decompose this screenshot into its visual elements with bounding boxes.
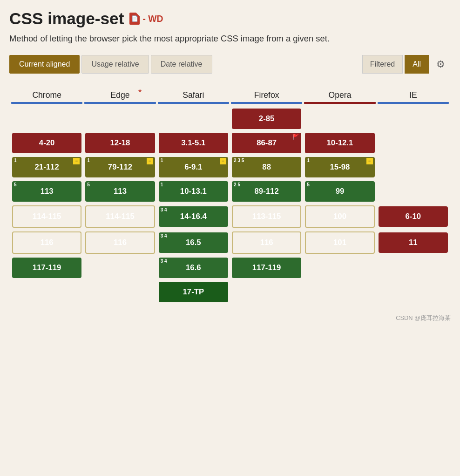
opera-header: Opera xyxy=(304,90,375,106)
all-button[interactable]: All xyxy=(405,55,429,74)
cell-yellow-badge-2-1: − xyxy=(147,158,153,164)
cell-4-1: 114-115 xyxy=(85,205,155,228)
cell-text-4-0: 114-115 xyxy=(33,212,61,221)
cell-sup-left-3-4: 5 xyxy=(307,182,310,187)
table-row: 117-119 xyxy=(11,257,82,279)
cell-4-3: 113-115 xyxy=(232,205,301,228)
cell-5-3: 116 xyxy=(232,231,301,254)
cell-0-2 xyxy=(159,113,228,124)
cell-4-5: 6-10 xyxy=(379,206,448,227)
gear-button[interactable]: ⚙ xyxy=(431,54,451,75)
table-row: 110-13.1 xyxy=(158,180,229,203)
cell-text-5-5: 11 xyxy=(409,238,418,247)
cell-2-3: 2 3 588 xyxy=(232,157,301,177)
cell-text-1-3: 86-87 xyxy=(257,138,277,147)
table-row xyxy=(378,180,449,203)
cell-0-3: 2-85 xyxy=(232,109,301,129)
table-row: 10-12.1 xyxy=(304,132,375,154)
cell-6-4 xyxy=(305,262,374,273)
cell-1-3: 86-87🚩 xyxy=(232,133,301,153)
ie-header: IE xyxy=(378,90,449,106)
cell-text-4-4: 100 xyxy=(333,212,346,221)
cell-text-5-1: 116 xyxy=(114,238,127,247)
page-title: CSS image-set 📄 - WD xyxy=(9,9,451,28)
cell-text-1-0: 4-20 xyxy=(39,138,55,147)
cell-text-6-0: 117-119 xyxy=(33,263,61,272)
table-row: 100 xyxy=(304,204,375,229)
cell-sup-left-2-0: 1 xyxy=(14,158,17,163)
cell-sup-left-5-2: 3 4 xyxy=(161,233,167,238)
cell-text-2-1: 79-112 xyxy=(108,163,132,171)
cell-text-3-1: 113 xyxy=(114,187,127,196)
cell-3-4: 599 xyxy=(305,181,374,202)
table-row: 114-115 xyxy=(84,204,156,229)
cell-5-0: 116 xyxy=(12,231,81,254)
cell-text-3-2: 10-13.1 xyxy=(180,187,207,196)
cell-7-3 xyxy=(232,286,301,298)
cell-text-2-3: 88 xyxy=(262,163,271,171)
chrome-header: Chrome xyxy=(11,90,82,106)
table-row xyxy=(231,281,302,303)
tab-usage-relative[interactable]: Usage relative xyxy=(81,55,149,74)
cell-0-0 xyxy=(12,113,81,124)
table-row xyxy=(11,281,82,303)
cell-text-4-3: 113-115 xyxy=(252,212,281,221)
table-row: 116 xyxy=(11,231,82,255)
browser-table: Chrome Edge * Safari Firefox Opera IE xyxy=(9,88,451,305)
cell-yellow-badge-2-4: − xyxy=(366,158,373,164)
cell-7-2: 17-TP xyxy=(159,282,228,302)
ie-line xyxy=(378,102,449,104)
table-row: 3 416.6 xyxy=(158,257,229,279)
table-row: 113-115 xyxy=(231,204,302,229)
cell-text-4-2: 14-16.4 xyxy=(180,212,207,221)
table-row xyxy=(378,257,449,279)
chrome-line xyxy=(11,102,82,104)
cell-text-4-1: 114-115 xyxy=(106,212,135,221)
cell-1-2: 3.1-5.1 xyxy=(159,133,228,153)
watermark: CSDN @庞耳拉海莱 xyxy=(9,314,451,322)
table-row: 599 xyxy=(304,180,375,203)
table-row: 4-20 xyxy=(11,132,82,154)
cell-1-4: 10-12.1 xyxy=(305,133,374,153)
cell-4-2: 3 414-16.4 xyxy=(159,206,228,227)
cell-text-0-3: 2-85 xyxy=(259,114,275,123)
cell-3-5 xyxy=(379,186,448,197)
spec-icon: 📄 xyxy=(129,13,140,25)
cell-2-1: 179-112− xyxy=(85,157,155,177)
cell-sup-left-3-3: 2 5 xyxy=(234,182,240,187)
spec-badge: 📄 - WD xyxy=(129,13,163,25)
cell-sup-left-3-0: 5 xyxy=(14,182,17,187)
cell-3-2: 110-13.1 xyxy=(159,181,228,202)
safari-header: Safari xyxy=(158,90,229,106)
cell-1-5 xyxy=(379,137,448,149)
table-row xyxy=(378,281,449,303)
cell-5-4: 101 xyxy=(305,231,374,254)
edge-line xyxy=(84,102,156,104)
table-row: 2-85 xyxy=(231,108,302,130)
cell-sup-left-2-3: 2 3 5 xyxy=(234,158,244,163)
cell-3-3: 2 589-112 xyxy=(232,181,301,202)
tab-current-aligned[interactable]: Current aligned xyxy=(9,55,80,74)
table-row: 121-112− xyxy=(11,156,82,178)
opera-line xyxy=(304,102,375,104)
cell-0-4 xyxy=(305,113,374,124)
cell-sup-left-2-1: 1 xyxy=(87,158,90,163)
cell-text-3-3: 89-112 xyxy=(255,187,279,196)
cell-5-2: 3 416.5 xyxy=(159,232,228,253)
tab-date-relative[interactable]: Date relative xyxy=(151,55,212,74)
filtered-button[interactable]: Filtered xyxy=(362,55,403,74)
cell-3-1: 5113 xyxy=(85,181,155,202)
firefox-header: Firefox xyxy=(231,90,302,106)
cell-text-2-2: 6-9.1 xyxy=(184,163,202,171)
cell-text-5-2: 16.5 xyxy=(186,238,201,247)
cell-text-1-4: 10-12.1 xyxy=(327,138,353,147)
table-row xyxy=(304,281,375,303)
table-row: 11 xyxy=(378,231,449,255)
cell-text-3-4: 99 xyxy=(336,187,345,196)
table-row: 179-112− xyxy=(84,156,156,178)
table-row xyxy=(378,156,449,178)
cell-0-1 xyxy=(85,113,155,124)
table-row: 3.1-5.1 xyxy=(158,132,229,154)
cell-6-3: 117-119 xyxy=(232,258,301,278)
edge-asterisk: * xyxy=(138,87,142,98)
